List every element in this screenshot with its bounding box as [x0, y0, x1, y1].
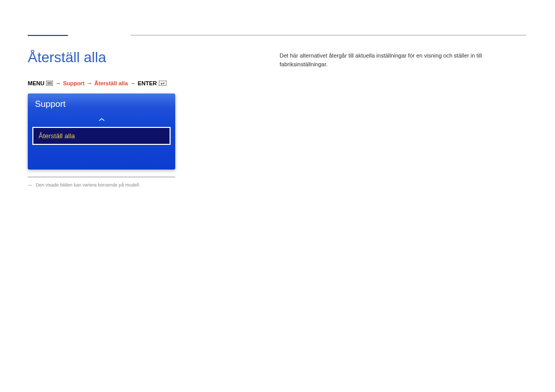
breadcrumb-arrow-1: → — [55, 80, 61, 86]
osd-header: Support — [28, 94, 175, 114]
svg-rect-4 — [159, 81, 166, 86]
footnote-divider — [28, 177, 175, 177]
right-column: Det här alternativet återgår till aktuel… — [187, 49, 527, 188]
footnote: ― Den visade bilden kan variera beroende… — [28, 182, 187, 188]
breadcrumb-menu-label: MENU — [28, 80, 44, 86]
menu-icon — [46, 81, 53, 86]
header-divider-line — [131, 35, 526, 35]
breadcrumb-support: Support — [63, 80, 84, 86]
footnote-dash: ― — [28, 182, 32, 188]
left-column: Återställ alla MENU → Support → Återstäl… — [28, 49, 187, 188]
breadcrumb-reset-all: Återställ alla — [95, 80, 128, 86]
osd-panel: Support Återställ alla — [28, 94, 175, 170]
page-container: Återställ alla MENU → Support → Återstäl… — [0, 0, 555, 188]
breadcrumb-enter-label: ENTER — [138, 80, 157, 86]
osd-scroll-up-row[interactable] — [28, 114, 175, 127]
chevron-up-icon — [98, 116, 105, 123]
page-title: Återställ alla — [28, 49, 187, 66]
enter-icon — [159, 81, 166, 86]
breadcrumb: MENU → Support → Återställ alla → ENTER — [28, 80, 187, 86]
description-text: Det här alternativet återgår till aktuel… — [280, 51, 527, 68]
footnote-text: Den visade bilden kan variera beroende p… — [36, 182, 140, 188]
header-accent-line — [28, 35, 68, 36]
osd-selected-item[interactable]: Återställ alla — [32, 127, 171, 145]
breadcrumb-arrow-3: → — [130, 80, 136, 86]
content-wrapper: Återställ alla MENU → Support → Återstäl… — [28, 49, 527, 188]
breadcrumb-arrow-2: → — [87, 80, 92, 86]
